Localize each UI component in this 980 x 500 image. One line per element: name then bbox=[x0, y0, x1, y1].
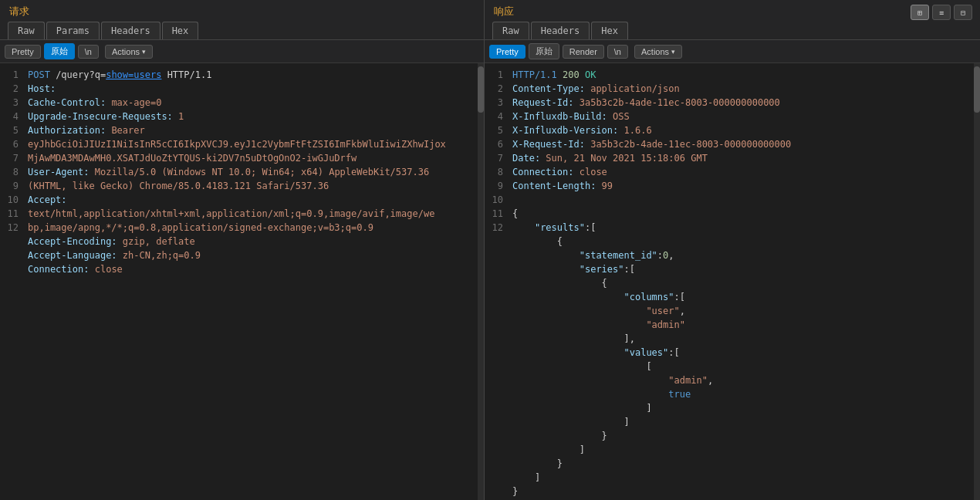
request-actions-chevron: ▾ bbox=[142, 48, 146, 56]
request-line-numbers: 1 2 3 4 5 6 7 8 9 10 11 12 bbox=[0, 63, 22, 500]
response-code[interactable]: HTTP/1.1 200 OK Content-Type: applicatio… bbox=[506, 63, 974, 500]
response-header: 响应 Raw Headers Hex bbox=[485, 0, 980, 40]
response-scrollbar[interactable] bbox=[974, 63, 980, 500]
request-pretty-btn[interactable]: Pretty bbox=[5, 45, 41, 59]
request-panel: 请求 Raw Params Headers Hex Pretty 原始 \n A… bbox=[0, 0, 485, 500]
request-tab-row: Raw Params Headers Hex bbox=[8, 22, 476, 39]
request-raw-btn[interactable]: 原始 bbox=[44, 43, 75, 59]
request-code[interactable]: POST /query?q=show=users HTTP/1.1 Host: … bbox=[22, 63, 478, 500]
request-toolbar: Pretty 原始 \n Actions ▾ bbox=[0, 40, 484, 63]
response-title: 响应 bbox=[492, 5, 972, 19]
tab-response-headers[interactable]: Headers bbox=[531, 22, 590, 39]
request-newline-btn[interactable]: \n bbox=[78, 45, 99, 59]
request-header: 请求 Raw Params Headers Hex bbox=[0, 0, 484, 40]
request-content-area: 1 2 3 4 5 6 7 8 9 10 11 12 POST /query?q… bbox=[0, 63, 484, 500]
response-actions-btn[interactable]: Actions ▾ bbox=[634, 45, 682, 59]
request-scrollbar[interactable] bbox=[478, 63, 484, 500]
response-actions-chevron: ▾ bbox=[671, 48, 675, 56]
response-raw-btn[interactable]: 原始 bbox=[529, 43, 559, 59]
tab-response-hex[interactable]: Hex bbox=[591, 22, 628, 39]
response-line-numbers: 1 2 3 4 5 6 7 8 9 10 11 12 bbox=[485, 63, 506, 500]
response-panel: ⊞ ≡ ⊟ 响应 Raw Headers Hex Pretty 原始 Rende… bbox=[485, 0, 980, 500]
layout-grid-icon[interactable]: ⊞ bbox=[911, 5, 929, 20]
response-scrollbar-thumb bbox=[974, 66, 980, 113]
top-right-icons: ⊞ ≡ ⊟ bbox=[911, 5, 972, 20]
main-container: 请求 Raw Params Headers Hex Pretty 原始 \n A… bbox=[0, 0, 980, 500]
tab-request-headers[interactable]: Headers bbox=[101, 22, 161, 39]
response-toolbar: Pretty 原始 Render \n Actions ▾ bbox=[485, 40, 980, 63]
response-render-btn[interactable]: Render bbox=[563, 45, 604, 59]
response-pretty-btn[interactable]: Pretty bbox=[489, 45, 525, 59]
request-actions-btn[interactable]: Actions ▾ bbox=[105, 45, 153, 59]
tab-request-hex[interactable]: Hex bbox=[162, 22, 199, 39]
request-title: 请求 bbox=[8, 5, 476, 19]
response-tab-row: Raw Headers Hex bbox=[492, 22, 972, 39]
tab-response-raw[interactable]: Raw bbox=[492, 22, 529, 39]
response-content-area: 1 2 3 4 5 6 7 8 9 10 11 12 HTTP/1.1 200 … bbox=[485, 63, 980, 500]
response-newline-btn[interactable]: \n bbox=[607, 45, 628, 59]
tab-request-raw[interactable]: Raw bbox=[8, 22, 45, 39]
layout-split-icon[interactable]: ⊟ bbox=[954, 5, 972, 20]
layout-list-icon[interactable]: ≡ bbox=[932, 5, 951, 20]
request-scrollbar-thumb bbox=[478, 66, 484, 113]
tab-request-params[interactable]: Params bbox=[46, 22, 100, 39]
